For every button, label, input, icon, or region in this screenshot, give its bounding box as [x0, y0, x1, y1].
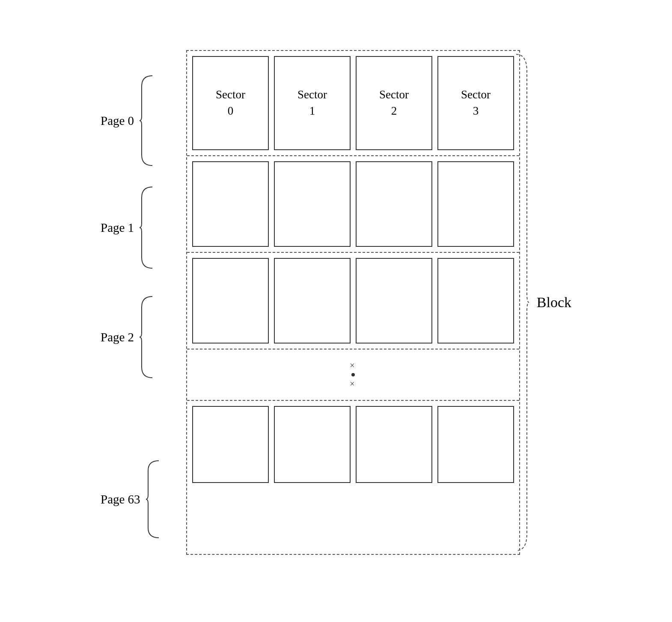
page63-label: Page 63 [101, 492, 140, 506]
dot-2 [351, 373, 355, 376]
diagram-container: Sector0 Sector1 Sector2 Sector3 [101, 29, 571, 593]
page1-label: Page 1 [101, 221, 134, 235]
dot-3: × [350, 379, 356, 389]
sector-63-3 [437, 406, 514, 483]
dots-content: × × [350, 361, 356, 389]
block-label-group: Block [512, 50, 571, 555]
sector-1-2 [356, 161, 432, 247]
sector-2-3 [437, 258, 514, 344]
sector-63-2 [356, 406, 432, 483]
sector-2-2 [356, 258, 432, 344]
sector-2-1 [274, 258, 351, 344]
sector-0-0: Sector0 [192, 56, 269, 150]
dots-row: × × [187, 350, 519, 401]
sector-2-0 [192, 258, 269, 344]
page0-label: Page 0 [101, 114, 134, 128]
sector-0-1: Sector1 [274, 56, 351, 150]
block-bracket-icon [512, 50, 533, 555]
grid-area: Sector0 Sector1 Sector2 Sector3 [186, 50, 520, 555]
sector-63-0 [192, 406, 269, 483]
sector-1-3 [437, 161, 514, 247]
page2-bracket-icon [137, 294, 155, 380]
sector-0-3: Sector3 [437, 56, 514, 150]
page2-label-group: Page 2 [101, 294, 155, 380]
dot-1: × [350, 361, 356, 370]
sector-0-2: Sector2 [356, 56, 432, 150]
page-row-63 [187, 401, 519, 488]
sector-1-1 [274, 161, 351, 247]
page-row-2 [187, 253, 519, 350]
page-row-0: Sector0 Sector1 Sector2 Sector3 [187, 51, 519, 156]
page63-label-group: Page 63 [101, 459, 161, 540]
page0-label-group: Page 0 [101, 74, 155, 168]
page63-bracket-icon [144, 459, 161, 540]
sector-1-0 [192, 161, 269, 247]
page2-label: Page 2 [101, 330, 134, 344]
block-label: Block [537, 294, 571, 311]
page-row-1 [187, 156, 519, 253]
page1-label-group: Page 1 [101, 185, 155, 270]
page0-bracket-icon [137, 74, 155, 168]
page1-bracket-icon [137, 185, 155, 270]
sector-63-1 [274, 406, 351, 483]
